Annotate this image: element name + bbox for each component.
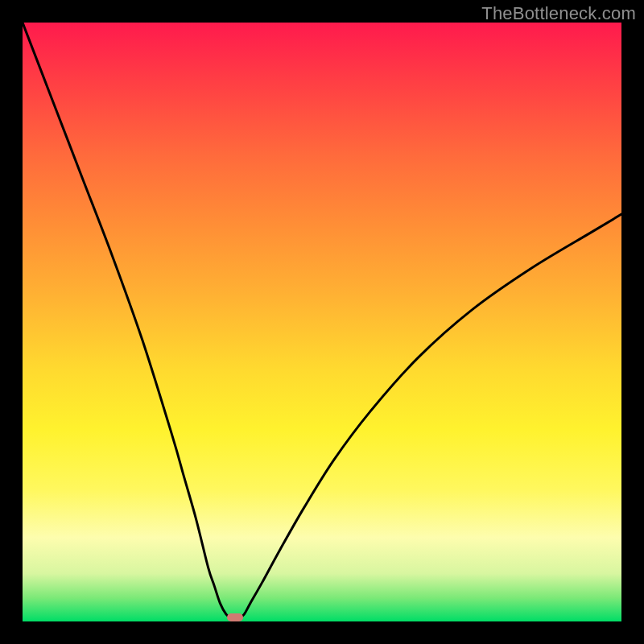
optimal-marker — [227, 613, 242, 621]
bottleneck-curve — [23, 23, 621, 621]
watermark-text: TheBottleneck.com — [481, 3, 636, 24]
plot-area — [23, 23, 621, 621]
chart-frame: TheBottleneck.com — [0, 0, 644, 644]
